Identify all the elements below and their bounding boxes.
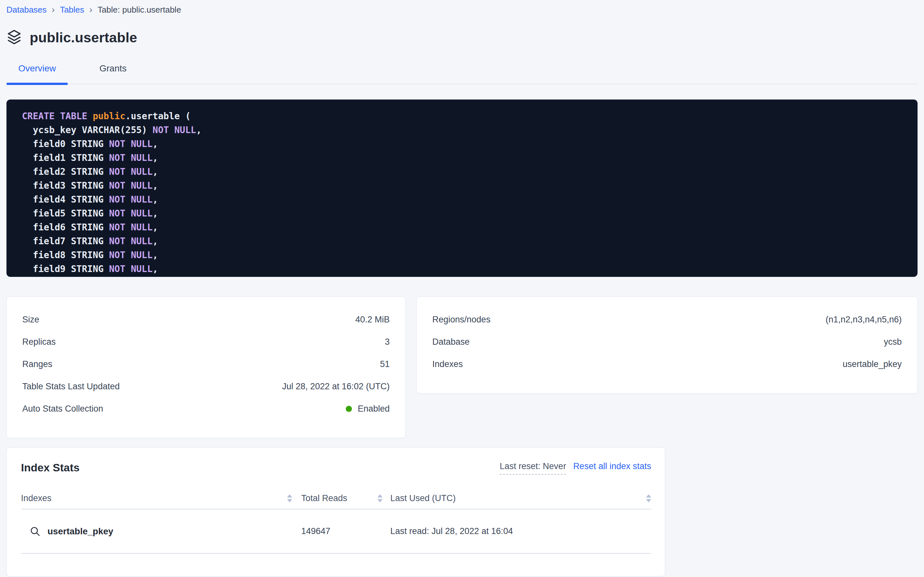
stat-value: ycsb bbox=[884, 337, 902, 347]
sql-code-line: CREATE TABLE public.usertable ( bbox=[22, 109, 918, 123]
last-reset-text[interactable]: Last reset: Never bbox=[500, 461, 566, 475]
tab-grants[interactable]: Grants bbox=[82, 63, 144, 74]
tabs: Overview Grants bbox=[6, 63, 918, 85]
stat-label: Size bbox=[22, 315, 39, 325]
page-title-row: public.usertable bbox=[6, 28, 918, 47]
chevron-right-icon: › bbox=[51, 5, 55, 14]
sort-icon[interactable] bbox=[287, 494, 292, 502]
stat-label: Regions/nodes bbox=[432, 315, 490, 325]
sql-code-line: field9 STRING NOT NULL, bbox=[22, 262, 918, 276]
column-header-last-used[interactable]: Last Used (UTC) bbox=[390, 493, 651, 503]
stat-value: 40.2 MiB bbox=[355, 315, 390, 325]
index-stats-table: Indexes Total Reads Last Used (UTC) bbox=[21, 490, 651, 554]
table-meta-card: Regions/nodes(n1,n2,n3,n4,n5,n6)Database… bbox=[416, 297, 918, 393]
sql-code-line: field2 STRING NOT NULL, bbox=[22, 165, 918, 179]
reset-all-index-stats-link[interactable]: Reset all index stats bbox=[573, 461, 651, 471]
stat-row: Indexesusertable_pkey bbox=[432, 353, 902, 376]
table-stats-card: Size40.2 MiBReplicas3Ranges51Table Stats… bbox=[6, 297, 405, 438]
stat-row: Databaseycsb bbox=[432, 331, 902, 353]
stat-value: 51 bbox=[380, 359, 390, 369]
stat-label: Auto Stats Collection bbox=[22, 404, 103, 414]
status-dot bbox=[346, 406, 352, 412]
stat-label: Ranges bbox=[22, 359, 52, 369]
column-header-indexes[interactable]: Indexes bbox=[21, 493, 292, 503]
summary-cards-row: Size40.2 MiBReplicas3Ranges51Table Stats… bbox=[6, 297, 918, 438]
stat-label: Indexes bbox=[432, 359, 463, 369]
sql-code-line: field4 STRING NOT NULL, bbox=[22, 193, 918, 206]
breadcrumb-current: Table: public.usertable bbox=[98, 5, 181, 15]
index-name: usertable_pkey bbox=[47, 526, 113, 537]
breadcrumb: Databases › Tables › Table: public.usert… bbox=[6, 5, 918, 15]
index-stats-title: Index Stats bbox=[21, 461, 79, 474]
sql-code-line: ycsb_key VARCHAR(255) NOT NULL, bbox=[22, 123, 918, 137]
active-tab-indicator bbox=[6, 83, 68, 85]
stat-row: Auto Stats CollectionEnabled bbox=[22, 398, 390, 420]
stat-row: Size40.2 MiB bbox=[22, 308, 390, 331]
sort-icon[interactable] bbox=[646, 494, 651, 502]
table-details-page: Databases › Tables › Table: public.usert… bbox=[0, 0, 924, 577]
stat-row: Table Stats Last UpdatedJul 28, 2022 at … bbox=[22, 376, 390, 398]
layers-icon bbox=[6, 29, 22, 46]
sql-code-line: field8 STRING NOT NULL, bbox=[22, 248, 918, 262]
sql-code-line: field3 STRING NOT NULL, bbox=[22, 179, 918, 193]
sql-code-line: field1 STRING NOT NULL, bbox=[22, 151, 918, 165]
sql-code-line: field7 STRING NOT NULL, bbox=[22, 234, 918, 248]
stat-label: Database bbox=[432, 337, 470, 347]
stat-value: Enabled bbox=[346, 404, 390, 414]
sort-icon[interactable] bbox=[378, 494, 382, 502]
chevron-right-icon: › bbox=[90, 5, 92, 14]
table-row: usertable_pkey 149647 Last read: Jul 28,… bbox=[21, 509, 651, 554]
stat-value: Jul 28, 2022 at 16:02 (UTC) bbox=[282, 382, 390, 392]
stat-value: (n1,n2,n3,n4,n5,n6) bbox=[826, 315, 902, 325]
stat-row: Regions/nodes(n1,n2,n3,n4,n5,n6) bbox=[432, 308, 902, 331]
index-link[interactable]: usertable_pkey bbox=[21, 525, 113, 537]
stat-value: 3 bbox=[385, 337, 390, 347]
column-header-total-reads[interactable]: Total Reads bbox=[301, 493, 382, 503]
stat-row: Ranges51 bbox=[22, 353, 390, 376]
sql-code-line: field0 STRING NOT NULL, bbox=[22, 137, 918, 151]
total-reads-value: 149647 bbox=[301, 526, 330, 536]
table-header-row: Indexes Total Reads Last Used (UTC) bbox=[21, 490, 651, 509]
stat-value: usertable_pkey bbox=[843, 359, 902, 369]
stat-label: Table Stats Last Updated bbox=[22, 382, 120, 392]
stat-label: Replicas bbox=[22, 337, 56, 347]
index-stats-card: Index Stats Last reset: Never Reset all … bbox=[6, 448, 665, 576]
sql-create-statement: CREATE TABLE public.usertable ( ycsb_key… bbox=[6, 100, 918, 277]
breadcrumb-link-databases[interactable]: Databases bbox=[6, 5, 47, 15]
breadcrumb-link-tables[interactable]: Tables bbox=[60, 5, 84, 15]
sql-code-line: field6 STRING NOT NULL, bbox=[22, 220, 918, 234]
stat-row: Replicas3 bbox=[22, 331, 390, 353]
sql-code-line: field5 STRING NOT NULL, bbox=[22, 206, 918, 220]
search-icon bbox=[29, 525, 41, 537]
tabs-underline bbox=[6, 83, 918, 85]
tab-overview[interactable]: Overview bbox=[6, 63, 68, 74]
page-title: public.usertable bbox=[30, 30, 137, 45]
last-used-value: Last read: Jul 28, 2022 at 16:04 bbox=[390, 526, 513, 536]
